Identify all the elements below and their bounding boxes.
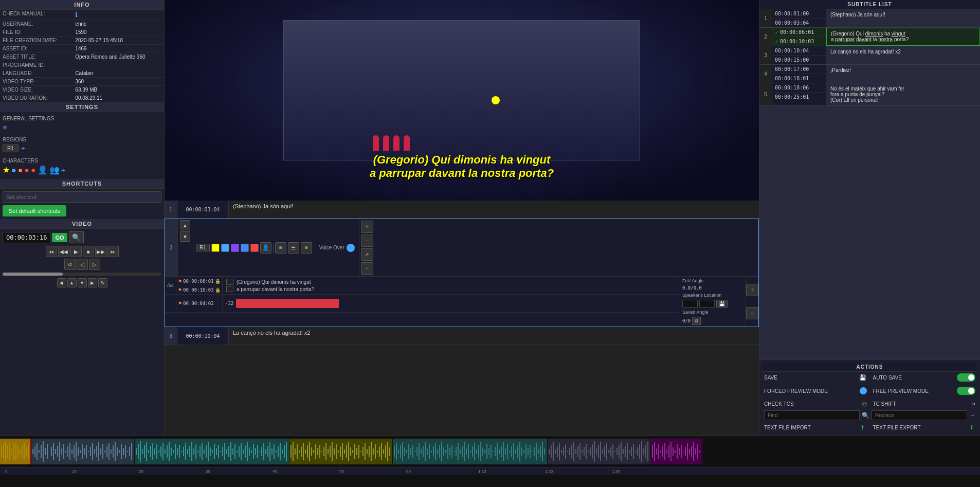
char-icon-2[interactable]: ● xyxy=(11,166,16,175)
find-search-icon[interactable]: 🔍 xyxy=(862,412,869,419)
sl-text-area-3[interactable]: La cançó no els ha agradat! x2 xyxy=(826,46,980,64)
char-red-btn[interactable] xyxy=(250,244,259,252)
scroll-up-button[interactable]: ▲ xyxy=(180,220,190,230)
align-center-btn[interactable]: ☰ xyxy=(288,242,299,254)
nav-up-button[interactable]: ▲ xyxy=(67,278,77,287)
char-icon-1[interactable]: ★ xyxy=(3,165,10,175)
loop-button[interactable]: ↺ xyxy=(64,259,76,270)
info-icon[interactable]: ℹ xyxy=(75,11,78,19)
fov-value: 0.0/0.0 xyxy=(682,285,742,291)
hamburger-menu[interactable]: ≡ xyxy=(3,122,161,133)
svg-rect-55 xyxy=(117,447,118,456)
step-fwd-button[interactable]: ▷ xyxy=(89,259,100,270)
go-button[interactable]: GO xyxy=(52,233,67,242)
add-region-button[interactable]: + xyxy=(21,144,25,152)
save-icon[interactable]: 💾 xyxy=(859,373,867,382)
align-left-btn[interactable]: ≡ xyxy=(275,242,286,254)
remove-track-button[interactable]: − xyxy=(746,307,758,319)
next-frame-button[interactable]: ▶▶ xyxy=(95,246,106,257)
svg-rect-48 xyxy=(102,444,103,459)
row-text-1[interactable]: (Stephano) Ja són aquí! xyxy=(229,201,759,218)
svg-rect-240 xyxy=(505,448,506,455)
save-label: SAVE xyxy=(764,375,857,381)
skip-to-start-button[interactable]: ⏮ xyxy=(46,246,57,257)
char-icon-7[interactable]: 👥 xyxy=(49,165,60,175)
svg-rect-1 xyxy=(3,444,4,459)
free-preview-toggle[interactable] xyxy=(957,387,975,395)
nav-refresh-button[interactable]: ↻ xyxy=(98,278,107,287)
link-button[interactable]: ⇗ xyxy=(361,248,373,261)
play-button[interactable]: ▶ xyxy=(70,246,82,257)
settings-header: SETTINGS xyxy=(0,102,164,112)
char-icon-3[interactable]: ● xyxy=(18,166,23,175)
svg-rect-45 xyxy=(96,446,97,457)
find-input[interactable] xyxy=(764,410,860,420)
svg-rect-108 xyxy=(228,446,229,457)
export-icon[interactable]: ⬇ xyxy=(967,423,975,431)
check-tcs-icon[interactable]: ◎ xyxy=(862,400,867,407)
scroll-down-button[interactable]: ▼ xyxy=(180,231,190,242)
prev-frame-button[interactable]: ◀◀ xyxy=(58,246,69,257)
video-progress-bar[interactable] xyxy=(3,273,161,276)
svg-rect-53 xyxy=(113,445,114,458)
svg-rect-174 xyxy=(367,449,368,454)
char-blue2-btn[interactable] xyxy=(241,244,249,252)
svg-rect-330 xyxy=(695,448,696,455)
replace-input[interactable] xyxy=(872,410,967,420)
speaker-y-input[interactable]: 27 xyxy=(699,300,715,308)
svg-rect-4 xyxy=(9,443,10,460)
text-content-2[interactable]: a parrupar davant la nostra porta? xyxy=(237,286,314,292)
sl-text-area-5[interactable]: No és el mateix que ahir vam ferfora a p… xyxy=(826,83,980,105)
sl-text-area-4[interactable]: ¡Pardiez! xyxy=(826,65,980,83)
svg-rect-312 xyxy=(658,444,659,459)
auto-save-toggle[interactable] xyxy=(957,373,975,382)
char-icon-4[interactable]: ● xyxy=(24,166,29,175)
svg-rect-309 xyxy=(652,445,653,458)
import-icon[interactable]: ⬆ xyxy=(859,423,867,431)
video-size-value: 63.39 MB xyxy=(72,86,164,94)
add-below-button[interactable]: + xyxy=(361,262,373,275)
char-purple-btn[interactable] xyxy=(231,244,239,252)
nav-prev-button[interactable]: ◀ xyxy=(57,278,66,287)
text-content-1[interactable]: (Gregorio) Qui dimonis ha vingut xyxy=(237,279,311,285)
region-r1-badge[interactable]: R1 xyxy=(3,145,19,152)
sl-text-area-2[interactable]: (Gregorio) Qui dimonis ha vinguta parrup… xyxy=(826,28,980,46)
tc-shift-icon[interactable]: » xyxy=(972,400,975,407)
char-green-btn[interactable] xyxy=(221,244,229,252)
char-icon-6[interactable]: 👤 xyxy=(38,165,48,175)
set-default-shortcuts-button[interactable]: Set default shortcuts xyxy=(3,205,66,217)
voice-over-indicator[interactable] xyxy=(347,244,355,252)
replace-arrow-icon[interactable]: → xyxy=(969,412,975,419)
remove-button[interactable]: − xyxy=(361,235,373,247)
svg-rect-165 xyxy=(348,442,349,461)
char-yellow-btn[interactable] xyxy=(211,244,220,252)
svg-rect-329 xyxy=(693,442,694,461)
stop-button[interactable]: ■ xyxy=(83,246,94,257)
add-above-button[interactable]: + xyxy=(361,221,373,233)
search-timecode-button[interactable]: 🔍 xyxy=(69,231,84,243)
forced-preview-indicator[interactable] xyxy=(860,387,867,394)
add-character-button[interactable]: + xyxy=(61,166,65,174)
sl-time-start-2: 00:00:06:01 xyxy=(780,29,814,35)
text-file-export-row: TEXT FILE EXPORT ⬇ xyxy=(871,422,978,433)
skip-to-end-button[interactable]: ⏭ xyxy=(107,246,119,257)
char-icon-5[interactable]: ● xyxy=(31,166,36,175)
svg-rect-267 xyxy=(563,447,564,456)
char-person-btn[interactable]: 👤 xyxy=(260,242,271,254)
svg-rect-76 xyxy=(162,443,164,460)
step-back-button[interactable]: ◁ xyxy=(77,259,88,270)
svg-rect-316 xyxy=(666,449,667,454)
copy-angle-button[interactable]: ⧉ xyxy=(692,317,701,325)
svg-rect-189 xyxy=(400,445,401,458)
sl-text-3: La cançó no els ha agradat! x2 xyxy=(830,49,976,55)
shortcut-input[interactable] xyxy=(3,191,161,203)
nav-down-button[interactable]: ▼ xyxy=(78,278,87,287)
save-location-button[interactable]: 💾 xyxy=(716,300,728,308)
svg-rect-231 xyxy=(486,444,487,459)
row-text-3[interactable]: La cançó no els ha agradat! x2 xyxy=(229,327,759,345)
add-track-button[interactable]: + xyxy=(746,284,758,296)
align-right-btn[interactable]: ≡ xyxy=(301,242,312,254)
sl-text-area-1[interactable]: (Stephano) Ja són aquí! xyxy=(826,9,980,27)
nav-next-button[interactable]: ▶ xyxy=(88,278,97,287)
speaker-x-input[interactable]: 0 xyxy=(682,300,698,308)
